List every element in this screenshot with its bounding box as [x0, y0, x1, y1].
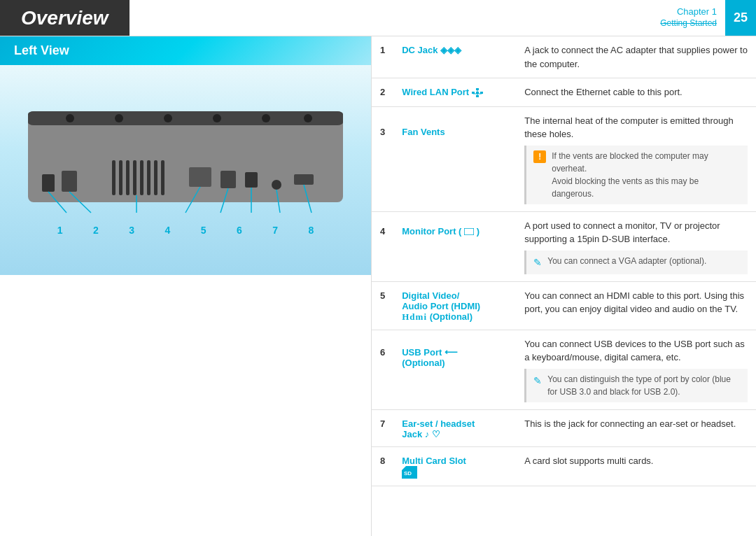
svg-point-6	[262, 114, 270, 122]
svg-point-5	[213, 114, 221, 122]
label-2: 2	[93, 225, 99, 236]
row-label: Monitor Port ( )	[393, 211, 516, 281]
port-number-labels: 1 2 3 4 5 6 7 8	[21, 218, 350, 236]
note-icon: ✎	[533, 374, 542, 388]
row-num: 5	[372, 281, 393, 330]
svg-rect-15	[161, 160, 164, 195]
chapter-sub: Getting Started	[660, 18, 717, 29]
row-label: Wired LAN Port	[393, 78, 516, 107]
label-4: 4	[164, 225, 170, 236]
page-number: 25	[725, 0, 756, 36]
svg-point-4	[164, 114, 172, 122]
warning-note: ! If the vents are blocked the computer …	[524, 146, 748, 204]
row-desc: You can connect USB devices to the USB p…	[516, 330, 756, 409]
svg-rect-9	[119, 160, 122, 195]
row-num: 2	[372, 78, 393, 107]
warning-icon: !	[533, 150, 546, 163]
chapter-label: Chapter 1	[660, 6, 717, 18]
page-title: Overview	[0, 0, 130, 36]
svg-rect-19	[220, 171, 236, 188]
svg-rect-10	[126, 160, 130, 195]
row-desc: Connect the Ethernet cable to this port.	[516, 78, 756, 107]
table-row: 5 Digital Video/Audio Port (HDMI) Hdmi (…	[372, 281, 756, 330]
table-row: 1 DC Jack ◈◈◈ A jack to connect the AC a…	[372, 36, 756, 78]
table-row: 8 Multi Card Slot SD A card slot support…	[372, 446, 756, 486]
svg-rect-11	[133, 160, 136, 195]
row-label: USB Port ⟵(Optional)	[393, 330, 516, 409]
label-7: 7	[272, 225, 278, 236]
label-main: Digital Video/Audio Port (HDMI)	[402, 290, 480, 311]
label-3: 3	[129, 225, 134, 236]
info-note: ✎ You can distinguish the type of port b…	[524, 369, 748, 402]
row-num: 7	[372, 409, 393, 446]
svg-rect-31	[476, 88, 479, 90]
note-icon: ✎	[533, 255, 542, 270]
label-5: 5	[201, 225, 206, 236]
info-note: ✎ You can connect a VGA adapter (optiona…	[524, 251, 748, 274]
svg-rect-14	[154, 160, 158, 195]
table-row: 6 USB Port ⟵(Optional) You can connect U…	[372, 330, 756, 409]
row-desc: You can connect an HDMI cable to this po…	[516, 281, 756, 330]
hdmi-logo: Hdmi	[402, 311, 427, 322]
svg-rect-16	[42, 174, 55, 192]
svg-rect-20	[245, 172, 258, 188]
svg-rect-12	[140, 160, 144, 195]
table-row: 4 Monitor Port ( ) A port used to connec…	[372, 211, 756, 281]
row-desc: The internal heat of the computer is emi…	[516, 106, 756, 211]
svg-rect-17	[62, 171, 77, 192]
row-label: Ear-set / headsetJack ♪ ♡	[393, 409, 516, 446]
row-label: Fan Vents	[393, 106, 516, 211]
left-view-header: Left View	[0, 36, 371, 65]
row-num: 4	[372, 211, 393, 281]
svg-point-2	[66, 114, 74, 122]
table-row: 3 Fan Vents The internal heat of the com…	[372, 106, 756, 211]
label-6: 6	[237, 225, 242, 236]
chapter-info: Chapter 1 Getting Started	[660, 6, 725, 29]
table-row: 2 Wired LAN Port	[372, 78, 756, 107]
row-desc: A port used to connect a monitor, TV or …	[516, 211, 756, 281]
svg-point-3	[115, 114, 123, 122]
note-text: If the vents are blocked the computer ma…	[552, 150, 741, 200]
note-text: You can distinguish the type of port by …	[547, 373, 741, 398]
row-num: 3	[372, 106, 393, 211]
table-row: 7 Ear-set / headsetJack ♪ ♡ This is the …	[372, 409, 756, 446]
port-table: 1 DC Jack ◈◈◈ A jack to connect the AC a…	[372, 36, 756, 486]
optional-label: (Optional)	[430, 311, 472, 322]
row-label: Digital Video/Audio Port (HDMI) Hdmi (Op…	[393, 281, 516, 330]
svg-rect-40	[464, 228, 474, 235]
left-view-title: Left View	[14, 43, 357, 58]
laptop-svg	[21, 104, 350, 216]
sd-icon: SD	[402, 466, 417, 479]
page-header: Overview Chapter 1 Getting Started 25	[0, 0, 756, 36]
monitor-icon	[464, 228, 474, 235]
row-num: 1	[372, 36, 393, 78]
svg-rect-1	[28, 111, 343, 125]
right-panel: 1 DC Jack ◈◈◈ A jack to connect the AC a…	[371, 36, 756, 536]
svg-text:SD: SD	[404, 470, 412, 477]
row-num: 6	[372, 330, 393, 409]
note-text: You can connect a VGA adapter (optional)…	[547, 255, 706, 267]
row-desc: A jack to connect the AC adapter that su…	[516, 36, 756, 78]
row-num: 8	[372, 446, 393, 486]
svg-rect-13	[147, 160, 150, 195]
label-1: 1	[57, 225, 63, 236]
svg-rect-22	[294, 174, 314, 185]
svg-point-7	[304, 114, 312, 122]
svg-rect-8	[112, 160, 115, 195]
label-8: 8	[308, 225, 314, 236]
laptop-illustration: 1 2 3 4 5 6 7 8	[0, 65, 371, 275]
lan-icon	[472, 88, 483, 98]
svg-rect-35	[476, 95, 479, 97]
left-panel: Left View	[0, 36, 371, 536]
title-text: Overview	[21, 7, 108, 29]
row-desc: A card slot supports multi cards.	[516, 446, 756, 486]
row-desc: This is the jack for connecting an ear-s…	[516, 409, 756, 446]
svg-rect-18	[189, 167, 211, 187]
header-right: Chapter 1 Getting Started 25	[130, 0, 756, 36]
row-label: DC Jack ◈◈◈	[393, 36, 516, 78]
svg-point-21	[272, 180, 281, 190]
row-label: Multi Card Slot SD	[393, 446, 516, 486]
main-content: Left View	[0, 36, 756, 536]
